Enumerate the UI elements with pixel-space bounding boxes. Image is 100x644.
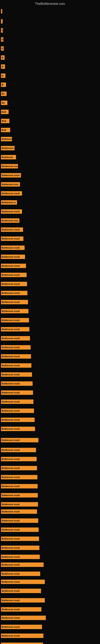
bar: Bottleneck result [1,363,31,368]
bar: Bottleneck resu [1,218,19,223]
bar-row: Bottleneck result [1,555,40,559]
bar: Bottleneck result [1,254,25,259]
bar: Bottleneck result [1,546,39,550]
bar-row: Bottleneck result [1,254,25,259]
bar: Bottlenec [1,137,12,141]
bar-row: Bottleneck result [1,345,31,350]
bar-row: B [1,64,5,69]
bar: Bottleneck result [1,291,27,295]
bar-row: Bott [1,110,9,114]
bar: Bott [1,110,9,114]
bar: Bo [1,100,7,105]
bar-row: Bottleneck result [1,363,31,368]
bar-row: Bottleneck result [1,246,25,250]
bar-row: Bottleneck result [1,616,46,620]
bar: Bottleneck result [1,502,38,506]
bar-row: Bottleneck result [1,475,37,480]
bar-row: Bottleneck resu [1,218,19,223]
bar: Bo [1,92,7,96]
bar: Bottleneck result [1,372,32,377]
bar: Bottleneck re [1,146,15,150]
bar-row: Bottleneck result [1,502,38,506]
bar: Bottleneck result [1,173,21,178]
bar-row: Bott [1,119,9,123]
bar-row: Bottleneck result [1,228,23,232]
bar-row: Bottleneck result [1,562,44,567]
bar-row [1,19,2,24]
bar [1,9,2,14]
bar-row: Bottleneck result [1,528,39,532]
bar: Bottleneck result [1,345,31,350]
bar-row: Bottleneck re [1,200,17,205]
bar-row: Bott [1,128,10,132]
bar-row: Bottleneck result [1,354,31,359]
bar: Bottleneck result [1,598,45,602]
bar: Bottleneck result [1,209,22,214]
bar-row: Bottleneck re [1,146,15,150]
bar: Bottleneck result [1,625,42,629]
bar: Bottleneck result [1,536,39,541]
bar-row: E [1,28,3,32]
bar: Bottleneck result [1,390,33,395]
bar: E [1,37,3,42]
bar: Bottleneck result [1,191,22,196]
bar-row: Bottleneck result [1,546,39,550]
bar-row: Bottleneck result [1,336,30,340]
bar: Bottleneck result [1,438,38,442]
bar: Bottleneck result [1,493,38,498]
bar-row: Bottleneck result [1,427,35,431]
bar-row: B [1,74,5,78]
bar-row: Bottleneck result [1,400,33,404]
bar: Bottleneck result [1,589,41,593]
bar-row [1,9,2,14]
bar: Bottleneck [1,155,16,160]
bar: Bottleneck result [1,518,38,523]
bar-row: Bottleneck resu [1,164,18,168]
bar-row: Bottleneck result [1,509,37,514]
bar: Bottleneck result [1,528,39,532]
bar: B [1,55,4,60]
bar: Bottleneck result [1,642,43,644]
bar-row: Bottleneck result [1,536,39,541]
bar-row: Bottleneck result [1,300,28,304]
bar: Bottleneck result [1,236,23,241]
bar-row: Bottleneck result [1,598,45,602]
bar-row: Bottleneck result [1,589,41,593]
bar: Bottleneck result [1,616,46,620]
site-title: TheBottlenecker.com [0,0,100,7]
bar-row: Bottleneck [1,155,16,160]
bar: B [1,64,5,69]
bar: Bottleneck result [1,607,41,612]
bar: Bottleneck result [1,246,25,250]
bar: Bottleneck result [1,400,33,404]
bar-row: Bottleneck result [1,607,41,612]
bar [1,19,2,24]
bar: Bottleneck result [1,484,38,488]
bar-row: Bottleneck result [1,273,27,277]
bar: Bott [1,119,9,123]
bar: Bottleneck result [1,282,27,286]
bar-row: Bottleneck result [1,282,27,286]
bar-row: Bo [1,92,7,96]
bar-row: Bottleneck result [1,457,37,461]
bar-row: B [1,82,6,87]
bar-row: Bottleneck result [1,634,43,638]
bar-row: Bottleneck result [1,642,43,644]
bar-row: Bottleneck result [1,493,38,498]
bar: Bottleneck result [1,457,37,461]
bar-row: Bottleneck result [1,309,28,313]
bar: E [1,28,3,32]
bar: Bottleneck result [1,555,40,559]
bar: Bottleneck result [1,381,33,386]
bar-row: Bottleneck result [1,390,33,395]
bar: Bottleneck result [1,408,34,413]
bar-row: Bottlenec [1,137,12,141]
bar: Bottleneck result [1,562,44,567]
bar: Bottleneck result [1,475,37,480]
bar: Bottleneck result [1,264,26,268]
bar-row: Bottleneck result [1,236,23,241]
bar-row: E [1,46,4,51]
bar-row: Bottleneck result [1,264,26,268]
bar: Bottleneck result [1,354,31,359]
bar: Bottleneck resu [1,182,20,186]
